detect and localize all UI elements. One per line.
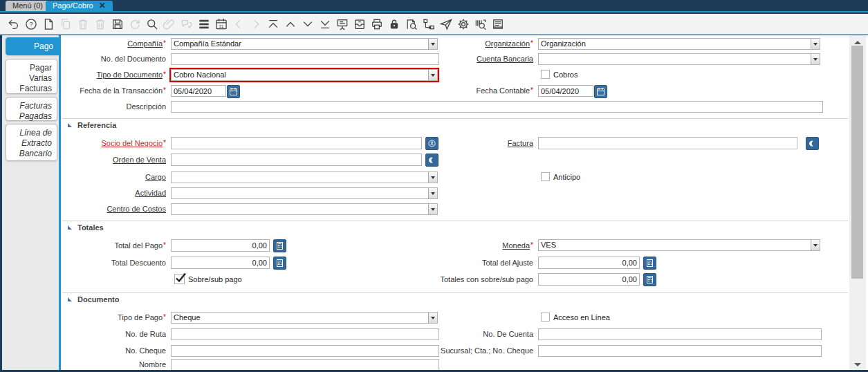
last-record-icon[interactable]: [316, 16, 333, 32]
chevron-down-icon[interactable]: [428, 70, 437, 80]
tab-menu[interactable]: Menú (0): [6, 1, 50, 11]
record-info-icon: [808, 139, 817, 148]
chevron-down-icon[interactable]: [428, 188, 437, 198]
close-tab-icon[interactable]: ✕: [99, 1, 106, 10]
fecha-contable-input[interactable]: [538, 85, 593, 97]
printer-icon[interactable]: [368, 16, 385, 32]
tipo-documento-select[interactable]: Cobro Nacional: [171, 69, 438, 81]
no-cuenta-input[interactable]: [538, 328, 822, 340]
chevron-down-icon[interactable]: [811, 54, 820, 64]
undo-icon[interactable]: [5, 16, 22, 32]
field-label-centro-costos[interactable]: Centro de Costos: [62, 203, 166, 215]
section-header-documento[interactable]: Documento: [77, 295, 120, 304]
sobre-sub-pago-checkbox[interactable]: [174, 274, 185, 284]
chevron-down-icon[interactable]: [428, 204, 437, 214]
field-label-orden-venta[interactable]: Orden de Venta: [62, 154, 166, 166]
tab-menu-label: Menú (0): [12, 1, 43, 10]
previous-record-icon[interactable]: [281, 16, 299, 32]
cargo-select[interactable]: [171, 171, 438, 183]
moneda-select[interactable]: VES: [538, 239, 820, 251]
orden-venta-input[interactable]: [171, 154, 422, 166]
totales-sobre-sub-input[interactable]: [538, 273, 640, 286]
field-label-socio-negocio[interactable]: Socio del Negocio*: [62, 138, 166, 149]
chevron-down-icon[interactable]: [428, 313, 437, 323]
checkmark-icon: [174, 272, 187, 284]
sucursal-input[interactable]: [538, 345, 822, 357]
record-info-icon: [427, 156, 436, 165]
scrollbar-thumb[interactable]: [851, 46, 863, 279]
factura-info-button[interactable]: [806, 137, 819, 150]
collapse-triangle-icon[interactable]: [68, 297, 72, 301]
field-label-organizacion[interactable]: Organización*: [351, 38, 533, 50]
help-icon[interactable]: ?: [22, 16, 39, 32]
acceso-linea-checkbox[interactable]: [541, 313, 550, 322]
field-label-no-ruta: No. de Ruta: [62, 328, 166, 340]
total-pago-input[interactable]: [171, 239, 270, 252]
organizacion-select[interactable]: Organización: [538, 38, 820, 50]
factura-input[interactable]: [538, 137, 797, 149]
actividad-select[interactable]: [171, 187, 438, 199]
total-descuento-calculator-button[interactable]: [273, 257, 286, 270]
field-label-total-pago: Total del Pago*: [62, 240, 166, 252]
workflow-icon[interactable]: [420, 16, 437, 32]
anticipo-checkbox[interactable]: [541, 172, 550, 181]
scroll-down-icon[interactable]: [854, 363, 861, 366]
next-record-icon[interactable]: [299, 16, 316, 32]
total-ajuste-input[interactable]: [538, 257, 640, 269]
barcode-search-icon[interactable]: [472, 16, 489, 32]
section-separator: [62, 221, 848, 221]
fecha-transaccion-calendar-button[interactable]: [227, 85, 240, 98]
chevron-down-icon[interactable]: [811, 39, 820, 49]
calendar-icon[interactable]: 31: [212, 16, 230, 32]
vertical-scrollbar[interactable]: [849, 35, 866, 370]
field-label-factura[interactable]: Factura: [351, 138, 533, 149]
sidebar-tab-facturas-pagadas[interactable]: Facturas Pagadas: [6, 97, 57, 121]
cuenta-bancaria-select[interactable]: [538, 53, 820, 65]
find-icon[interactable]: [143, 16, 160, 32]
archive-drawer-icon[interactable]: [351, 16, 368, 32]
chevron-down-icon[interactable]: [428, 172, 437, 183]
section-separator: [62, 118, 848, 119]
fecha-contable-calendar-button[interactable]: [594, 85, 607, 98]
descripcion-input[interactable]: [171, 101, 823, 113]
nombre-input[interactable]: [171, 359, 439, 371]
chevron-down-icon[interactable]: [811, 240, 820, 250]
presentation-board-icon[interactable]: [333, 16, 351, 32]
field-label-actividad[interactable]: Actividad: [62, 187, 166, 199]
zoom-document-icon[interactable]: [403, 16, 420, 32]
field-label-cuenta-bancaria[interactable]: Cuenta Bancaria: [351, 53, 533, 65]
sidebar-tab-pagar-varias-facturas[interactable]: Pagar Varias Facturas: [6, 59, 57, 94]
sidebar-tab-pago[interactable]: Pago: [6, 37, 59, 55]
settings-gear-icon[interactable]: [454, 16, 472, 32]
totales-sobre-sub-calculator-button[interactable]: [643, 273, 656, 286]
sidebar-tab-linea-extracto-bancario[interactable]: Línea de Extracto Bancario: [6, 124, 57, 161]
send-icon[interactable]: [437, 16, 454, 32]
collapse-triangle-icon[interactable]: [68, 225, 72, 230]
section-header-referencia[interactable]: Referencia: [77, 121, 116, 129]
delete-selection-icon: [91, 16, 109, 32]
tab-pago-cobro[interactable]: Pago/Cobro ✕: [46, 1, 113, 11]
field-label-no-cheque: No. Cheque: [62, 345, 166, 357]
section-header-totales[interactable]: Totales: [77, 223, 104, 232]
first-record-icon[interactable]: [264, 16, 281, 32]
field-label-moneda[interactable]: Moneda*: [351, 240, 533, 252]
cobros-checkbox[interactable]: [541, 70, 550, 79]
orden-venta-info-button[interactable]: [425, 154, 438, 167]
field-label-cargo[interactable]: Cargo: [62, 171, 166, 183]
new-record-icon[interactable]: [39, 16, 57, 32]
collapse-triangle-icon[interactable]: [68, 123, 72, 127]
total-ajuste-calculator-button[interactable]: [643, 257, 656, 270]
detail-record-icon: [247, 16, 264, 32]
scroll-up-icon[interactable]: [854, 41, 861, 44]
lock-icon[interactable]: [385, 16, 403, 32]
total-descuento-input[interactable]: [171, 257, 270, 269]
report-document-icon[interactable]: [489, 16, 506, 32]
total-pago-calculator-button[interactable]: [273, 239, 286, 252]
field-label-compania[interactable]: Compañía*: [62, 38, 166, 50]
save-icon[interactable]: [109, 16, 126, 32]
grid-toggle-icon[interactable]: [195, 16, 212, 32]
fecha-transaccion-input[interactable]: [171, 85, 226, 97]
field-label-tipo-documento[interactable]: Tipo de Documento*: [62, 69, 166, 81]
tipo-pago-select[interactable]: Cheque: [171, 312, 438, 324]
centro-costos-select[interactable]: [171, 203, 438, 215]
